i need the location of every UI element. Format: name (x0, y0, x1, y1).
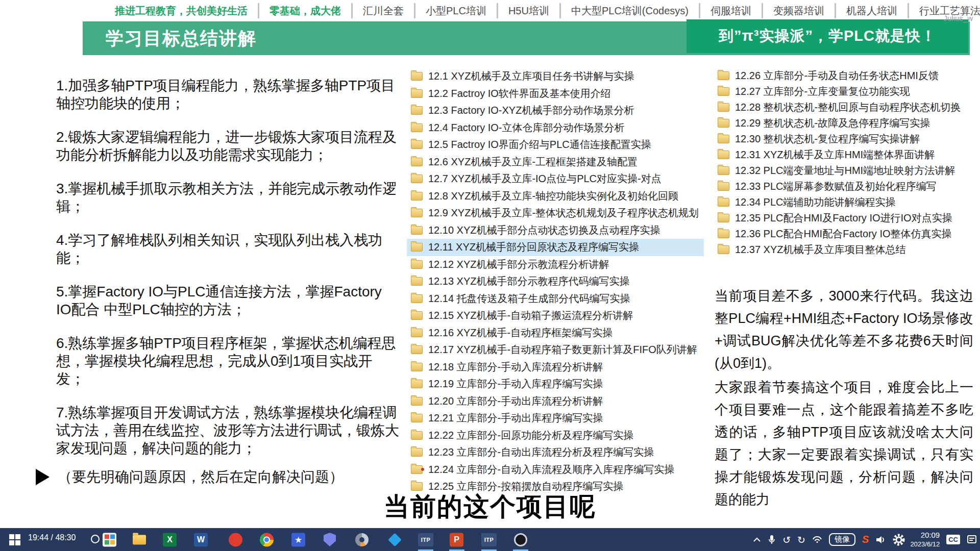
course-item[interactable]: 12.22 立库部分-回原功能分析及程序编写实操 (407, 427, 704, 444)
screen: 推进工程教育，共创美好生活 零基础，成大佬 汇川全套 小型PLC培训 H5U培训… (0, 0, 980, 551)
course-item-label: 12.15 XYZ机械手-自动箱子搬运流程分析讲解 (428, 309, 633, 322)
course-item[interactable]: 12.19 立库部分-手动入库程序编写实操 (407, 375, 704, 393)
course-item[interactable]: 12.36 PLC配合HMI配合Factory IO整体仿真实操 (714, 226, 974, 242)
objective-item: 7.熟练掌握项目开发调试方法，熟练掌握模块化编程调试方法，善用在线监控、波形等方… (56, 404, 399, 457)
folder-icon (411, 209, 423, 217)
folder-icon (411, 123, 423, 132)
gear-icon[interactable] (892, 533, 905, 546)
course-item[interactable]: 12.1 XYZ机械手及立库项目任务书讲解与实操 (407, 68, 704, 85)
s-app-icon[interactable]: S (862, 534, 869, 545)
course-item[interactable]: 12.29 整机状态机-故障及急停程序编写实操 (714, 115, 974, 131)
course-item[interactable]: 12.6 XYZ机械手及立库-工程框架搭建及轴配置 (407, 154, 704, 171)
nav-item[interactable]: 中大型PLC培训(Codesys) (559, 3, 699, 18)
red-circle-app-icon[interactable] (229, 533, 242, 546)
course-item[interactable]: 12.17 XYZ机械手-自动程序箱子数更新计算及FIFO队列讲解 (407, 341, 704, 359)
course-item[interactable]: 12.31 XYZ机械手及立库HMI端整体界面讲解 (714, 147, 974, 163)
nav-item[interactable]: 推进工程教育，共创美好生活 (105, 3, 258, 18)
course-item[interactable]: 12.10 XYZ机械手部分点动状态切换及点动程序实操 (407, 222, 704, 239)
course-item[interactable]: 12.30 整机状态机-复位程序编写实操讲解 (714, 131, 974, 147)
course-item[interactable]: 12.8 XYZ机械手及立库-轴控功能块实例化及初始化回顾 (407, 188, 704, 205)
chrome-icon[interactable] (260, 533, 274, 546)
course-item[interactable]: 12.16 XYZ机械手-自动程序框架编写实操 (407, 324, 704, 342)
folder-icon (411, 89, 423, 98)
course-item[interactable]: 12.13 XYZ机械手部分示教程序代码编写实操 (407, 273, 704, 290)
folder-icon (411, 260, 423, 269)
course-item[interactable]: 12.7 XYZ机械手及立库-IO点位与PLC对应实操-对点 (407, 170, 704, 188)
restart-arrow-icon[interactable]: ↺ (782, 534, 791, 545)
nav-item-label: 零基础，成大佬 (270, 4, 341, 18)
excel-icon[interactable]: X (163, 533, 177, 546)
folder-icon (718, 182, 729, 191)
gear-app-icon[interactable] (355, 533, 369, 546)
colored-grid-app-icon[interactable] (103, 533, 116, 546)
course-item[interactable]: 12.21 立库部分-手动出库程序编写实操 (407, 410, 704, 427)
course-item[interactable]: 12.34 PLC端辅助功能讲解编程实操 (714, 194, 974, 210)
file-explorer-icon[interactable] (133, 535, 146, 544)
nav-item[interactable]: 机器人培训 (835, 3, 908, 18)
shield-app-icon[interactable] (324, 533, 336, 546)
course-item[interactable]: 12.9 XYZ机械手及立库-整体状态机规划及子程序状态机规划 (407, 205, 704, 222)
powerpoint-icon[interactable]: P (450, 533, 463, 546)
taskbar-clock[interactable]: 20:09 2023/6/12 (910, 531, 940, 548)
wifi-icon[interactable] (812, 536, 822, 543)
course-item[interactable]: 12.26 立库部分-手动及自动任务状态HMI反馈 (714, 68, 974, 84)
cc-subtitle-icon[interactable]: CC (946, 535, 960, 544)
course-item-label: 12.10 XYZ机械手部分点动状态切换及点动程序实操 (428, 223, 660, 237)
course-item-label: 12.23 立库部分-自动出库流程分析及程序编写实操 (428, 445, 654, 459)
course-item[interactable]: 12.3 Factory IO-XYZ机械手部分动作场景分析 (407, 102, 704, 119)
course-item-label: 12.4 Factory IO-立体仓库部分动作场景分析 (428, 121, 625, 135)
course-item[interactable]: 12.33 PLC端屏幕参数赋值及初始化程序编写 (714, 179, 974, 194)
nav-item[interactable]: 变频器培训 (762, 3, 835, 18)
chevron-up-icon[interactable] (753, 537, 761, 542)
course-item[interactable]: 12.35 PLC配合HMI及Factory IO进行IO对点实操 (714, 210, 974, 226)
course-item[interactable]: 12.18 立库部分-手动入库流程分析讲解 (407, 359, 704, 376)
course-item-label: 12.5 Factroy IO界面介绍与PLC通信连接配置实操 (428, 138, 651, 152)
nav-item[interactable]: 零基础，成大佬 (258, 3, 351, 18)
nav-item[interactable]: 伺服培训 (699, 3, 762, 18)
course-item[interactable]: 12.32 PLC端变量地址与HMI端地址映射方法讲解 (714, 163, 974, 179)
course-item[interactable]: 12.37 XYZ机械手及立库项目整体总结 (714, 242, 974, 258)
course-item[interactable]: 12.14 托盘传送及箱子生成部分代码编写实操 (407, 290, 704, 308)
diamond-app-icon[interactable] (390, 535, 400, 544)
nav-item[interactable]: 小型PLC培训 (414, 3, 497, 18)
play-icon[interactable] (36, 469, 50, 485)
star-app-icon[interactable]: ★ (291, 533, 305, 546)
folder-icon (411, 329, 423, 337)
course-item[interactable]: 12.28 整机状态机-整机回原与自动程序状态机切换 (714, 99, 974, 115)
folder-icon (411, 448, 423, 457)
course-item[interactable]: 12.15 XYZ机械手-自动箱子搬运流程分析讲解 (407, 307, 704, 324)
course-item[interactable]: 12.27 立库部分-立库变量复位功能实现 (714, 84, 974, 99)
folder-icon (411, 414, 423, 422)
nav-item[interactable]: 汇川全套 (351, 3, 414, 18)
nav-item[interactable]: H5U培训 (497, 3, 559, 18)
dark-circle-app-icon[interactable] (514, 533, 527, 546)
course-item[interactable]: 12.23 立库部分-自动出库流程分析及程序编写实操 (407, 444, 704, 461)
word-icon[interactable]: W (194, 533, 208, 546)
itp-app-icon[interactable]: ITP (418, 533, 433, 546)
folder-icon (718, 151, 729, 159)
course-item-label: 12.11 XYZ机械手部分回原状态及程序编写实操 (428, 240, 639, 254)
course-item[interactable]: 12.5 Factroy IO界面介绍与PLC通信连接配置实操 (407, 136, 704, 154)
player-record-icon[interactable] (91, 535, 100, 543)
objective-item: 6.熟练掌握多轴PTP项目程序框架，掌握状态机编程思想，掌握模块化编程思想，完成… (56, 334, 399, 388)
folder-icon (411, 311, 423, 320)
course-item[interactable]: 12.2 Factroy IO软件界面及基本使用介绍 (407, 85, 704, 103)
course-item[interactable]: 12.11 XYZ机械手部分回原状态及程序编写实操 (407, 239, 704, 256)
start-button[interactable] (9, 534, 20, 545)
course-item[interactable]: 12.20 立库部分-手动出库流程分析讲解 (407, 393, 704, 410)
folder-icon (718, 230, 729, 238)
course-item[interactable]: 12.24 立库部分-自动入库流程及顺序入库程序编写实操 (407, 461, 704, 479)
folder-icon (718, 214, 729, 222)
notes-icon[interactable] (967, 535, 977, 545)
mirror-button[interactable]: 镜像 (829, 533, 855, 546)
course-item[interactable]: 12.4 Factory IO-立体仓库部分动作场景分析 (407, 119, 704, 137)
itp-app-icon-2[interactable]: ITP (481, 533, 497, 546)
itp-label: ITP (418, 533, 433, 546)
folder-icon (411, 465, 423, 474)
speaker-icon[interactable] (875, 535, 886, 544)
course-item[interactable]: 12.12 XYZ机械手部分示教流程分析讲解 (407, 256, 704, 273)
course-item-label: 12.17 XYZ机械手-自动程序箱子数更新计算及FIFO队列讲解 (428, 343, 697, 357)
course-item-label: 12.18 立库部分-手动入库流程分析讲解 (428, 360, 603, 374)
microphone-icon[interactable] (768, 535, 776, 545)
refresh-arrow-icon[interactable]: ↻ (797, 534, 805, 545)
